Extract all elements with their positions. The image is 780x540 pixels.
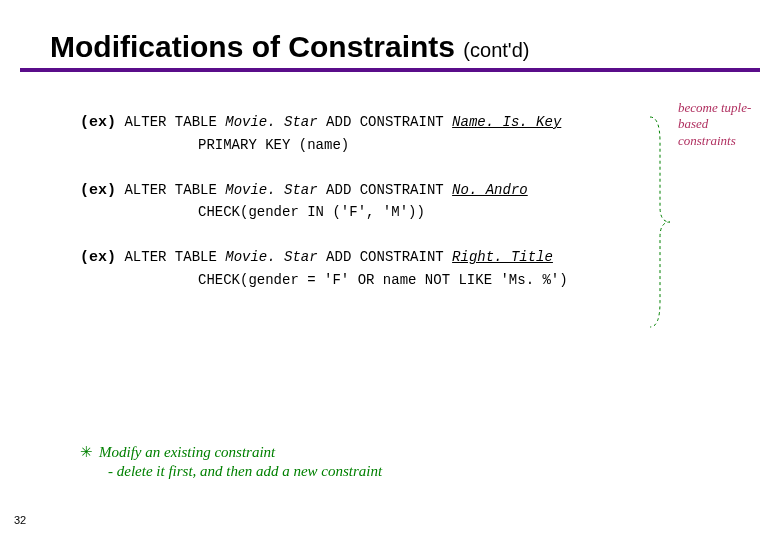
- slide-title: Modifications of Constraints (cont'd): [50, 30, 760, 64]
- constraint-name: Name. Is. Key: [452, 114, 561, 130]
- example-block: (ex) ALTER TABLE Movie. Star ADD CONSTRA…: [80, 247, 750, 291]
- example-block: (ex) ALTER TABLE Movie. Star ADD CONSTRA…: [80, 112, 750, 156]
- footer-line2: - delete it first, and then add a new co…: [80, 463, 382, 480]
- example-line1: (ex) ALTER TABLE Movie. Star ADD CONSTRA…: [80, 180, 750, 203]
- alter-kw: ALTER TABLE: [124, 114, 225, 130]
- ex-label: (ex): [80, 114, 116, 131]
- example-line2: CHECK(gender IN ('F', 'M')): [80, 202, 750, 223]
- title-main: Modifications of Constraints: [50, 30, 455, 63]
- add-constraint-kw: ADD CONSTRAINT: [318, 182, 452, 198]
- content-area: (ex) ALTER TABLE Movie. Star ADD CONSTRA…: [0, 112, 780, 291]
- star-bullet-icon: ✳: [80, 444, 93, 460]
- alter-kw: ALTER TABLE: [124, 249, 225, 265]
- page-number: 32: [14, 514, 26, 526]
- example-line2: PRIMARY KEY (name): [80, 135, 750, 156]
- example-line1: (ex) ALTER TABLE Movie. Star ADD CONSTRA…: [80, 247, 750, 270]
- table-name: Movie. Star: [225, 114, 317, 130]
- add-constraint-kw: ADD CONSTRAINT: [318, 114, 452, 130]
- title-sub: (cont'd): [463, 39, 529, 61]
- constraint-name: Right. Title: [452, 249, 553, 265]
- title-underline: Modifications of Constraints (cont'd): [20, 30, 760, 72]
- table-name: Movie. Star: [225, 182, 317, 198]
- ex-label: (ex): [80, 182, 116, 199]
- side-annotation: become tuple-based constraints: [678, 100, 768, 149]
- footer-line1: Modify an existing constraint: [99, 444, 275, 460]
- table-name: Movie. Star: [225, 249, 317, 265]
- footer-note: ✳Modify an existing constraint - delete …: [80, 443, 382, 480]
- constraint-name: No. Andro: [452, 182, 528, 198]
- add-constraint-kw: ADD CONSTRAINT: [318, 249, 452, 265]
- alter-kw: ALTER TABLE: [124, 182, 225, 198]
- example-line1: (ex) ALTER TABLE Movie. Star ADD CONSTRA…: [80, 112, 750, 135]
- example-line2: CHECK(gender = 'F' OR name NOT LIKE 'Ms.…: [80, 270, 750, 291]
- slide: Modifications of Constraints (cont'd) (e…: [0, 0, 780, 540]
- example-block: (ex) ALTER TABLE Movie. Star ADD CONSTRA…: [80, 180, 750, 224]
- ex-label: (ex): [80, 249, 116, 266]
